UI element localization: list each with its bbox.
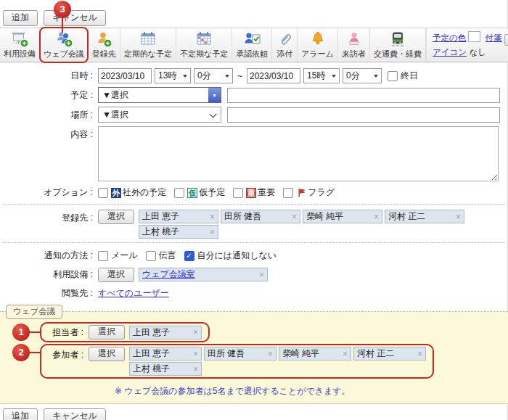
- allday-checkbox[interactable]: [388, 71, 398, 81]
- manager-select-button[interactable]: 選択: [89, 325, 125, 339]
- facility-select-button[interactable]: 選択: [98, 268, 134, 282]
- remove-tag-icon[interactable]: ×: [259, 270, 264, 280]
- toolbar-item-irregular[interactable]: 不定期な予定: [176, 28, 232, 62]
- place-label: 場所 :: [0, 109, 98, 121]
- external-checkbox[interactable]: [98, 188, 108, 198]
- toolbar-item-transport[interactable]: 交通費・経費: [370, 28, 426, 62]
- content-label: 内容 :: [0, 126, 98, 141]
- annotation-line-3: [62, 17, 63, 33]
- remove-tag-icon[interactable]: ×: [417, 349, 422, 359]
- chevron-down-icon: [183, 75, 187, 78]
- toolbar-item-approval[interactable]: 承認依頼: [232, 28, 272, 62]
- flag-icon: [296, 187, 307, 198]
- datetime-label: 日時 :: [0, 70, 98, 82]
- plan-row: 予定 : ▼選択▼: [0, 87, 504, 103]
- web-meeting-section: ウェブ会議 1 2 担当者 : 選択 上田 恵子× 参加者 : 選択 上田 恵子…: [0, 311, 508, 404]
- add-button[interactable]: 追加: [3, 10, 38, 26]
- chevron-down-icon: [374, 75, 378, 78]
- tentative-checkbox[interactable]: [174, 188, 184, 198]
- toolbar-item-label: 添付: [276, 49, 292, 59]
- place-row: 場所 : ▼選択: [0, 107, 504, 123]
- schedule-form: 日時 : 13時 0分 ~ 15時 0分 終日 予定 : ▼選択▼ 場所 : ▼…: [0, 62, 508, 301]
- cancel-button-bottom[interactable]: キャンセル: [44, 408, 105, 420]
- recipients-tag-row: 上村 桃子×: [139, 225, 467, 239]
- remove-tag-icon[interactable]: ×: [193, 349, 198, 359]
- chevron-down-icon: [332, 75, 336, 78]
- fusen-link[interactable]: 付箋: [486, 33, 502, 42]
- color-fusen-row: 予定の色 付箋×: [433, 31, 508, 46]
- recipient-tag: 柴崎 純平×: [303, 210, 382, 223]
- participants-select-button[interactable]: 選択: [89, 347, 125, 361]
- icon-link[interactable]: アイコン: [433, 48, 467, 57]
- remove-tag-icon[interactable]: ×: [210, 227, 215, 237]
- remove-tag-icon[interactable]: ×: [374, 212, 379, 222]
- recipients-select-button[interactable]: 選択: [98, 210, 134, 224]
- remove-tag-icon[interactable]: ×: [268, 349, 273, 359]
- participant-tag: 上村 桃子×: [129, 362, 202, 376]
- dengon-label: 伝言: [159, 250, 176, 262]
- remove-tag-icon[interactable]: ×: [193, 364, 198, 374]
- content-textarea[interactable]: [98, 126, 499, 181]
- top-action-bar: 追加 キャンセル: [0, 0, 508, 26]
- toolbar-item-recurring[interactable]: 定期的な予定: [120, 28, 176, 62]
- cancel-button[interactable]: キャンセル: [44, 10, 105, 26]
- place-text-input[interactable]: [227, 107, 500, 123]
- no-self-notify-checkbox[interactable]: ✓: [184, 251, 194, 261]
- allday-checkbox-group: 終日: [388, 70, 418, 82]
- schedule-color-link[interactable]: 予定の色: [433, 33, 466, 42]
- facility-link[interactable]: ウェブ会議室: [142, 268, 195, 281]
- toolbar-item-label: 利用設備: [4, 49, 36, 59]
- schedule-toolbar: 利用設備 ウェブ会議 登録先 定期的な予定 不定期な予定 承認依頼: [0, 28, 508, 62]
- participant-tag: 河村 正二×: [353, 347, 426, 361]
- important-checkbox[interactable]: [233, 188, 243, 198]
- end-minute-select[interactable]: 0分: [343, 68, 382, 83]
- end-date-input[interactable]: [247, 68, 300, 83]
- toolbar-item-attachment[interactable]: 添付: [272, 28, 298, 62]
- add-button-bottom[interactable]: 追加: [3, 408, 38, 420]
- tentative-label: 仮予定: [199, 186, 225, 199]
- recipient-tag: 上田 恵子×: [139, 210, 218, 223]
- notify-label: 通知の方法 :: [0, 250, 98, 262]
- manager-row-highlight: 担当者 : 選択 上田 恵子×: [40, 322, 210, 342]
- separator: [3, 242, 505, 243]
- remove-tag-icon[interactable]: ×: [456, 212, 461, 222]
- notify-mail: メール: [98, 250, 138, 262]
- plan-menu-select[interactable]: ▼選択▼: [98, 87, 221, 103]
- options-label: オプション :: [0, 186, 98, 199]
- approval-request-icon: [243, 30, 261, 48]
- dengon-checkbox[interactable]: [146, 251, 156, 261]
- attachment-icon: [276, 30, 293, 48]
- flag-checkbox[interactable]: [283, 188, 293, 198]
- separator: [3, 204, 505, 205]
- toolbar-item-label: 定期的な予定: [124, 49, 172, 59]
- notify-dengon: 伝言: [146, 250, 176, 262]
- participant-tag: 上田 恵子×: [129, 347, 202, 361]
- fusen-close-icon[interactable]: ×: [504, 34, 508, 46]
- end-hour-select[interactable]: 15時: [303, 68, 340, 83]
- plan-text-input[interactable]: [227, 88, 500, 103]
- toolbar-item-web-meeting[interactable]: ウェブ会議: [40, 28, 89, 62]
- start-date-input[interactable]: [98, 68, 152, 83]
- toolbar-item-label: 来訪者: [342, 49, 366, 59]
- remove-tag-icon[interactable]: ×: [210, 212, 215, 222]
- remove-tag-icon[interactable]: ×: [343, 349, 348, 359]
- color-swatch[interactable]: [468, 31, 480, 42]
- dropdown-arrow-icon: ▼: [208, 88, 221, 102]
- mail-checkbox[interactable]: [98, 251, 108, 261]
- tentative-badge-icon: 仮: [187, 188, 197, 198]
- start-hour-select[interactable]: 13時: [155, 68, 191, 83]
- remove-tag-icon[interactable]: ×: [292, 212, 297, 222]
- place-menu-select[interactable]: ▼選択: [98, 107, 221, 123]
- start-minute-select[interactable]: 0分: [194, 68, 233, 83]
- visibility-label: 閲覧先 :: [0, 287, 98, 300]
- irregular-calendar-icon: [194, 30, 213, 48]
- toolbar-item-visitor[interactable]: 来訪者: [338, 28, 370, 62]
- visibility-link[interactable]: すべてのユーザー: [98, 287, 169, 300]
- toolbar-item-facility[interactable]: 利用設備: [0, 28, 40, 62]
- participant-tag: 田所 健吾×: [204, 347, 276, 361]
- toolbar-item-recipients[interactable]: 登録先: [89, 28, 120, 62]
- toolbar-item-alarm[interactable]: アラーム: [298, 28, 338, 62]
- allday-label: 終日: [401, 70, 418, 82]
- facility-row: 利用設備 : 選択 ウェブ会議室×: [0, 267, 504, 282]
- remove-tag-icon[interactable]: ×: [193, 327, 198, 337]
